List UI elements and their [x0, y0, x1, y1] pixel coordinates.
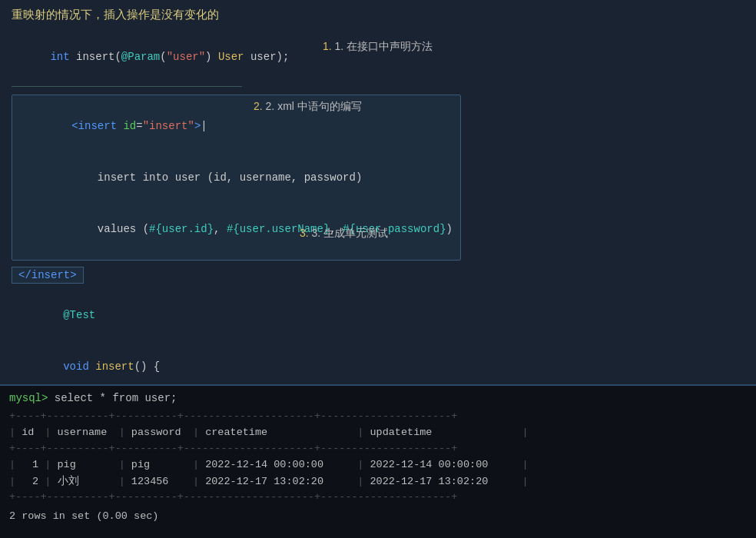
- annotation-1: 1. 1. 在接口中声明方法: [323, 40, 433, 54]
- code-area: 重映射的情况下，插入操作是没有变化的 int insert(@Param("us…: [0, 0, 756, 384]
- result-line: 2 rows in set (0.00 sec): [9, 510, 747, 522]
- annotation-3: 3. 3. 生成单元测试: [300, 227, 388, 241]
- xml-close-wrapper: </insert>: [12, 267, 744, 284]
- annotation-2: 2. 2. xml 中语句的编写: [254, 100, 362, 114]
- xml-open-line: <insert id="insert">|: [20, 100, 453, 151]
- section-divider-1: [12, 86, 242, 87]
- tbl-sep-top: +----+----------+----------+------------…: [9, 409, 747, 424]
- heading-text: 重映射的情况下，插入操作是没有变化的: [12, 8, 744, 22]
- tbl-sep-mid: +----+----------+----------+------------…: [9, 441, 747, 457]
- xml-insert-line: insert into user (id, username, password…: [20, 151, 453, 203]
- mysql-prompt: mysql> select * from user;: [9, 392, 747, 404]
- xml-close-tag: </insert>: [12, 267, 84, 284]
- table-row: | 1 | pig | pig | 2022-12-14 00:00:00 | …: [9, 457, 747, 473]
- main-container: 重映射的情况下，插入操作是没有变化的 int insert(@Param("us…: [0, 0, 756, 538]
- xml-block: <insert id="insert">| insert into user (…: [12, 95, 461, 261]
- method-name: insert(: [76, 51, 121, 63]
- test-method-line: void insert() {: [12, 341, 744, 384]
- kw-int: int: [50, 51, 76, 63]
- test-annotation-line: @Test: [12, 290, 744, 341]
- db-table-wrapper: +----+----------+----------+------------…: [9, 409, 747, 506]
- terminal-area: mysql> select * from user; +----+-------…: [0, 384, 756, 538]
- kw-param: @Param: [121, 51, 160, 63]
- tbl-header: | id | username | password | createtime …: [9, 424, 747, 441]
- tbl-sep-bot: +----+----------+----------+------------…: [9, 490, 747, 505]
- table-row: | 2 | 小刘 | 123456 | 2022-12-17 13:02:20 …: [9, 473, 747, 490]
- test-section: @Test void insert() { User user = new Us…: [12, 290, 744, 384]
